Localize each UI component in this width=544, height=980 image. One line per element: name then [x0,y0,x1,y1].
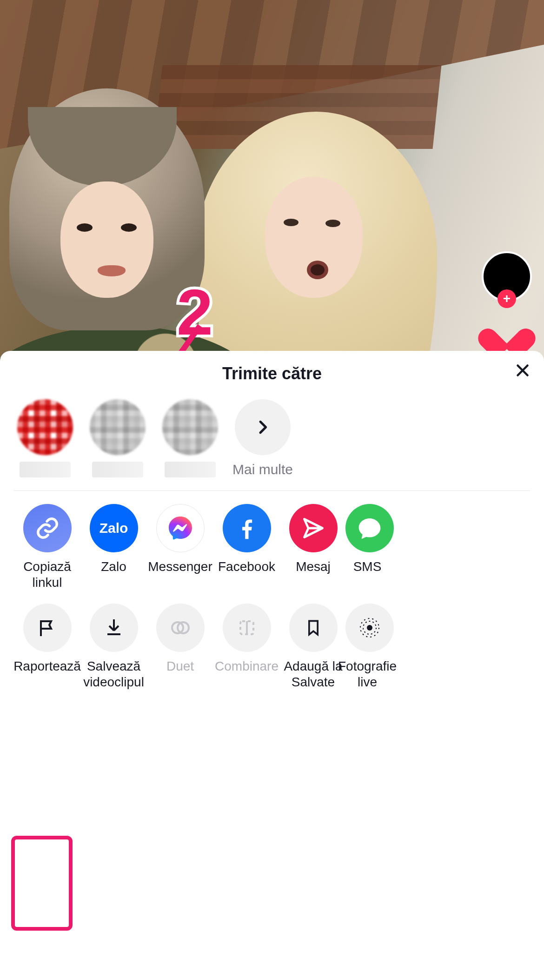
live-photo-icon [345,604,394,652]
sms-icon [345,504,394,552]
bookmark-icon [289,604,338,652]
share-sms[interactable]: SMS [346,504,388,591]
action-stitch[interactable]: Combinare [213,604,280,690]
svg-point-4 [367,625,372,631]
zalo-icon: Zalo [90,504,138,552]
share-option-label: Zalo [101,559,126,591]
chevron-right-icon [235,399,291,455]
share-option-label: Copiază linkul [14,559,80,591]
share-option-label: Messenger [148,559,212,591]
action-duet[interactable]: Duet [147,604,213,690]
share-facebook[interactable]: Facebook [213,504,280,591]
recent-contact[interactable] [159,399,221,477]
action-add-favorite[interactable]: Adaugă la Salvate [280,604,346,690]
share-option-label: SMS [353,559,382,591]
share-sheet: Trimite către Mai multe [0,351,544,980]
action-label: Duet [166,658,194,690]
action-label: Salvează videoclipul [80,658,147,690]
action-label: Raportează [13,658,81,690]
send-icon [289,504,338,552]
follow-button[interactable]: + [498,289,516,308]
action-live-photo[interactable]: Fotografie live [346,604,388,690]
close-button[interactable] [514,362,531,379]
contact-name-redacted [92,462,143,477]
link-icon [23,504,72,552]
author-avatar[interactable]: + [482,251,532,302]
action-report[interactable]: Raportează [14,604,80,690]
share-option-label: Mesaj [296,559,331,591]
flag-icon [23,604,72,652]
share-option-label: Facebook [218,559,275,591]
more-contacts-button[interactable]: Mai multe [232,399,294,477]
facebook-icon [223,504,271,552]
close-icon [514,362,531,379]
share-copy-link[interactable]: Copiază linkul [14,504,80,591]
duet-icon [156,604,205,652]
like-button[interactable] [488,315,525,348]
recent-contact[interactable] [14,399,76,477]
download-icon [90,604,138,652]
share-apps-row: Copiază linkul Zalo Zalo Messenger Faceb… [0,491,544,591]
action-label: Adaugă la Salvate [280,658,346,690]
share-sheet-title: Trimite către [0,364,544,383]
contact-name-redacted [165,462,216,477]
share-zalo[interactable]: Zalo Zalo [80,504,147,591]
recent-contact[interactable] [86,399,149,477]
annotation-step-number: 2 [177,275,213,350]
action-label: Fotografie live [338,658,397,690]
video-actions-row: Raportează Salvează videoclipul Duet Com… [0,591,544,690]
contact-name-redacted [20,462,71,477]
contact-avatar [162,399,218,455]
contact-avatar [90,399,146,455]
share-direct-message[interactable]: Mesaj [280,504,346,591]
more-contacts-label: Mai multe [232,462,293,477]
messenger-icon [156,504,205,552]
action-label: Combinare [215,658,279,690]
contact-avatar [17,399,73,455]
send-to-people-row: Mai multe [0,383,544,490]
stitch-icon [223,604,271,652]
share-messenger[interactable]: Messenger [147,504,213,591]
action-save-video[interactable]: Salvează videoclipul [80,604,147,690]
